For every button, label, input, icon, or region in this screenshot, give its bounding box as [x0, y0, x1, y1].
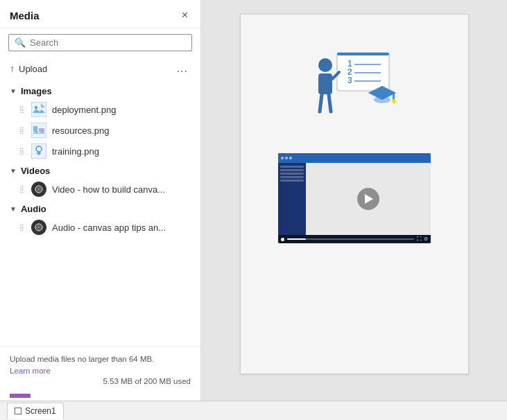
svg-line-35: [329, 94, 331, 112]
more-options-button[interactable]: ...: [174, 61, 191, 76]
video-main-area: [306, 163, 431, 235]
list-item[interactable]: ⣿ Audio - canvas app tips an...: [0, 217, 200, 238]
canvas-frame: 1 2 3: [240, 14, 469, 374]
video-file-icon: [31, 182, 46, 197]
close-button[interactable]: ×: [179, 8, 191, 22]
storage-bar: [10, 394, 31, 398]
svg-rect-18: [337, 53, 389, 91]
tab-checkbox-icon: [15, 408, 22, 414]
section-label-images: Images: [21, 86, 52, 96]
svg-point-17: [38, 227, 40, 228]
search-bar: 🔍: [0, 28, 200, 57]
video-control-icons: ⛶ ⚙: [417, 236, 428, 242]
section-header-videos[interactable]: ▼ Videos: [0, 161, 200, 179]
tab-screen1-label: Screen1: [25, 406, 56, 416]
section-header-images[interactable]: ▼ Images: [0, 82, 200, 99]
chevron-videos-icon: ▼: [10, 167, 17, 175]
nav-line: [280, 169, 304, 171]
media-item-name: Video - how to build canva...: [52, 184, 165, 195]
image-file-icon: [31, 123, 46, 138]
play-button[interactable]: [357, 188, 379, 210]
image-file-icon: [31, 143, 46, 159]
bottom-tabbar: Screen1: [0, 401, 507, 420]
search-input-wrap[interactable]: 🔍: [8, 34, 192, 51]
image-file-icon: [31, 102, 46, 117]
section-label-videos: Videos: [21, 166, 50, 176]
section-header-audio[interactable]: ▼ Audio: [0, 200, 200, 217]
svg-rect-25: [337, 53, 389, 55]
topbar-dot: [285, 157, 288, 159]
video-controls-bar: ⛶ ⚙: [278, 235, 431, 243]
media-item-name: Audio - canvas app tips an...: [52, 222, 166, 233]
video-ui-mock: ⛶ ⚙: [278, 153, 431, 243]
media-panel: Media × 🔍 ↑ Upload ... ▼ Images ⣿: [0, 0, 201, 401]
nav-line: [280, 180, 304, 182]
svg-text:3: 3: [347, 76, 352, 85]
usage-text: 5.53 MB of 200 MB used: [10, 377, 191, 385]
video-thumbnail[interactable]: ⛶ ⚙: [278, 153, 431, 243]
media-item-name: training.png: [52, 146, 99, 157]
svg-line-34: [320, 94, 322, 112]
svg-point-14: [38, 189, 40, 190]
video-content: [278, 163, 431, 235]
svg-rect-32: [318, 73, 332, 94]
canvas-area: 1 2 3: [201, 0, 507, 401]
sidebar-footer: Upload media files no larger than 64 MB.…: [0, 346, 200, 391]
progress-indicator: [281, 238, 284, 241]
video-nav-sidebar: [278, 163, 306, 235]
upload-arrow-icon: ↑: [10, 63, 15, 74]
fullscreen-icon[interactable]: ⛶: [417, 236, 422, 242]
panel-header: Media ×: [0, 0, 200, 28]
video-topbar: [278, 153, 431, 163]
upload-button[interactable]: ↑ Upload: [10, 63, 47, 74]
list-item[interactable]: ⣿ training.png: [0, 141, 200, 161]
progress-track: [287, 238, 414, 240]
drag-handle-icon: ⣿: [19, 128, 24, 134]
list-item[interactable]: ⣿ Video - how to build canva...: [0, 179, 200, 200]
nav-line: [280, 176, 304, 178]
upload-label: Upload: [19, 64, 47, 74]
progress-fill: [287, 238, 306, 240]
drag-handle-icon: ⣿: [19, 186, 24, 193]
play-triangle-icon: [365, 194, 373, 204]
search-icon: 🔍: [15, 37, 26, 48]
topbar-dot: [281, 157, 284, 159]
media-item-name: deployment.png: [52, 105, 117, 115]
list-item[interactable]: ⣿ resources.png: [0, 120, 200, 141]
chevron-audio-icon: ▼: [10, 205, 17, 213]
media-item-name: resources.png: [52, 125, 109, 136]
training-image: 1 2 3: [285, 35, 424, 139]
svg-rect-4: [33, 126, 37, 132]
svg-point-1: [35, 106, 37, 109]
svg-point-30: [392, 99, 396, 103]
svg-point-31: [318, 58, 332, 72]
search-input[interactable]: [30, 37, 186, 48]
audio-file-icon: [31, 220, 46, 235]
learn-more-link[interactable]: Learn more: [10, 367, 51, 375]
svg-rect-0: [31, 102, 46, 117]
drag-handle-icon: ⣿: [19, 107, 24, 113]
settings-icon[interactable]: ⚙: [424, 236, 428, 242]
section-label-audio: Audio: [21, 204, 46, 214]
topbar-dot: [289, 157, 292, 159]
drag-handle-icon: ⣿: [19, 148, 24, 155]
chevron-images-icon: ▼: [10, 87, 17, 95]
nav-line: [280, 173, 304, 175]
upload-row: ↑ Upload ...: [0, 57, 200, 82]
panel-title: Media: [10, 10, 40, 21]
drag-handle-icon: ⣿: [19, 225, 24, 231]
nav-line: [280, 166, 304, 168]
training-svg: 1 2 3: [299, 39, 410, 136]
upload-note: Upload media files no larger than 64 MB.: [10, 353, 191, 365]
tab-screen1[interactable]: Screen1: [7, 403, 64, 419]
list-item[interactable]: ⣿ deployment.png: [0, 99, 200, 120]
